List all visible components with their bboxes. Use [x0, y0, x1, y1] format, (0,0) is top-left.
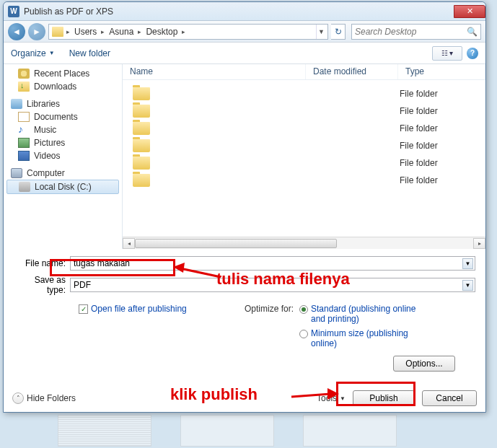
sidebar-label: Computer	[27, 168, 65, 178]
chevron-right-icon[interactable]: ▸	[100, 28, 106, 35]
scroll-left-arrow[interactable]: ◂	[123, 238, 135, 249]
sidebar-label: Downloads	[34, 82, 76, 92]
sidebar-item-libraries[interactable]: Libraries	[4, 97, 122, 110]
file-type-cell: File folder	[400, 157, 485, 174]
pictures-icon	[18, 138, 30, 148]
radio-icon	[299, 305, 308, 314]
column-name[interactable]: Name	[123, 64, 306, 79]
sidebar-item-pictures[interactable]: Pictures	[4, 136, 122, 149]
filename-row: File name: tugas makalah ▼	[14, 256, 475, 271]
chevron-down-icon[interactable]: ▼	[462, 280, 473, 291]
chevron-up-icon: ˄	[12, 392, 24, 404]
folder-icon	[52, 27, 63, 37]
breadcrumb-desktop[interactable]: Desktop	[143, 27, 180, 37]
chevron-right-icon[interactable]: ▸	[180, 28, 187, 35]
horizontal-scrollbar[interactable]: ◂ ▸	[123, 237, 485, 249]
view-mode-button[interactable]: ☷ ▾	[432, 46, 462, 61]
column-date[interactable]: Date modified	[306, 64, 398, 79]
documents-icon	[18, 112, 30, 122]
sidebar-item-computer[interactable]: Computer	[4, 167, 122, 180]
publish-options-area: ✓ Open file after publishing Optimize fo…	[14, 299, 475, 348]
folder-icon[interactable]	[133, 157, 150, 170]
saveastype-combo[interactable]: PDF ▼	[70, 278, 475, 292]
filename-combo[interactable]: tugas makalah ▼	[70, 256, 475, 271]
scroll-thumb[interactable]	[135, 239, 337, 248]
navigation-sidebar: Recent Places Downloads Libraries Docume…	[4, 64, 123, 249]
publish-button[interactable]: Publish	[353, 390, 415, 406]
back-button[interactable]: ◄	[8, 23, 25, 40]
file-type-cell: File folder	[400, 174, 485, 191]
libraries-icon	[11, 99, 22, 109]
file-type-cell: File folder	[400, 87, 485, 105]
saveastype-row: Save as type: PDF ▼	[14, 275, 475, 295]
dialog-title: Publish as PDF or XPS	[24, 6, 113, 17]
search-input[interactable]	[355, 27, 463, 37]
sidebar-item-downloads[interactable]: Downloads	[4, 80, 122, 93]
optimize-minimum-radio[interactable]: Minimum size (publishing online)	[299, 328, 426, 348]
checkbox-label: Open file after publishing	[91, 304, 187, 314]
breadcrumb-asuna[interactable]: Asuna	[106, 27, 136, 37]
sidebar-label: Music	[34, 125, 56, 135]
chevron-right-icon[interactable]: ▸	[65, 28, 71, 35]
folder-icon[interactable]	[133, 105, 150, 118]
sidebar-item-documents[interactable]: Documents	[4, 110, 122, 123]
search-icon: 🔍	[467, 27, 478, 37]
save-options-panel: File name: tugas makalah ▼ Save as type:…	[4, 249, 485, 377]
sidebar-label: Pictures	[34, 138, 65, 148]
sidebar-label: Local Disk (C:)	[35, 182, 92, 192]
folder-icon[interactable]	[133, 139, 150, 152]
new-folder-button[interactable]: New folder	[69, 48, 110, 58]
disk-icon	[19, 182, 30, 192]
scroll-right-arrow[interactable]: ▸	[473, 238, 485, 249]
filename-label: File name:	[14, 258, 70, 268]
close-button[interactable]: ✕	[454, 5, 485, 18]
downloads-icon	[18, 82, 30, 92]
tools-menu[interactable]: Tools ▼	[317, 393, 346, 403]
sidebar-item-videos[interactable]: Videos	[4, 149, 122, 162]
sidebar-item-recent[interactable]: Recent Places	[4, 67, 122, 80]
help-button[interactable]: ?	[467, 48, 478, 59]
search-box[interactable]: 🔍	[351, 24, 481, 40]
breadcrumb-dropdown[interactable]: ▼	[316, 25, 326, 39]
breadcrumb[interactable]: ▸ Users ▸ Asuna ▸ Desktop ▸ ▼	[48, 24, 328, 40]
folder-icon[interactable]	[133, 87, 150, 100]
sidebar-item-localdisk[interactable]: Local Disk (C:)	[6, 180, 119, 194]
radio-label: Minimum size (publishing online)	[311, 328, 426, 348]
file-list[interactable]: File folder File folder File folder File…	[123, 80, 485, 237]
organize-menu[interactable]: Organize ▼	[11, 48, 55, 58]
file-type-cell: File folder	[400, 122, 485, 139]
sidebar-item-music[interactable]: ♪Music	[4, 123, 122, 136]
column-headers: Name Date modified Type	[123, 64, 485, 80]
folder-icon[interactable]	[133, 174, 150, 187]
content-area: Recent Places Downloads Libraries Docume…	[4, 64, 485, 249]
chevron-down-icon[interactable]: ▼	[462, 258, 473, 269]
titlebar[interactable]: W Publish as PDF or XPS ✕	[4, 2, 485, 21]
hide-folders-button[interactable]: ˄ Hide Folders	[12, 392, 76, 404]
filename-value: tugas makalah	[74, 258, 130, 268]
hide-folders-label: Hide Folders	[27, 393, 76, 403]
column-type[interactable]: Type	[398, 64, 485, 79]
refresh-button[interactable]: ↻	[331, 24, 346, 40]
scroll-track[interactable]	[135, 238, 473, 249]
saveastype-value: PDF	[74, 280, 91, 290]
cancel-button[interactable]: Cancel	[422, 390, 477, 406]
file-icons-column	[123, 80, 153, 237]
chevron-down-icon: ▼	[340, 395, 346, 402]
radio-icon	[299, 330, 308, 338]
music-icon: ♪	[18, 125, 30, 135]
options-button[interactable]: Options...	[393, 356, 455, 372]
open-after-publishing-checkbox[interactable]: ✓ Open file after publishing	[79, 304, 245, 314]
folder-icon[interactable]	[133, 122, 150, 135]
computer-icon	[11, 168, 22, 178]
file-types-column: File folder File folder File folder File…	[398, 80, 485, 237]
optimize-standard-radio[interactable]: Standard (publishing online and printing…	[299, 304, 426, 324]
chevron-right-icon[interactable]: ▸	[136, 28, 143, 35]
radio-label: Standard (publishing online and printing…	[311, 304, 426, 324]
saveastype-label: Save as type:	[14, 275, 70, 295]
breadcrumb-users[interactable]: Users	[71, 27, 100, 37]
videos-icon	[18, 151, 30, 161]
sidebar-label: Libraries	[27, 99, 60, 109]
navigation-bar: ◄ ► ▸ Users ▸ Asuna ▸ Desktop ▸ ▼ ↻ 🔍	[4, 21, 485, 43]
file-list-pane: Name Date modified Type File folder Fil	[123, 64, 485, 249]
forward-button[interactable]: ►	[28, 23, 45, 40]
